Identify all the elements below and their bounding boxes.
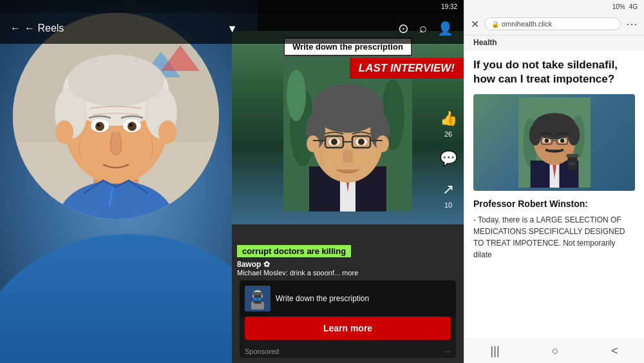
- professor-name: Professor Robert Winston:: [473, 199, 635, 209]
- corrupt-text: corrupt doctors are killing: [237, 245, 351, 257]
- video-caption: corrupt doctors are killing 8awop ✿ Mich…: [232, 242, 438, 279]
- username: 8awop ✿: [237, 260, 433, 269]
- svg-point-69: [544, 139, 549, 143]
- last-interview-banner: LAST INTERVIEW!: [350, 58, 464, 79]
- svg-rect-48: [252, 292, 263, 295]
- svg-point-34: [376, 135, 389, 152]
- ad-header: 🔵🔵 Write down the prescription: [240, 280, 456, 317]
- svg-point-15: [128, 122, 137, 131]
- comment-action[interactable]: 💬: [438, 148, 459, 169]
- shirt-background: [0, 234, 258, 363]
- back-arrow-icon: ←: [10, 23, 21, 34]
- svg-point-17: [129, 124, 133, 127]
- svg-text:PILL: PILL: [569, 162, 576, 166]
- video-actions: 👍 26 💬 ↗ 10: [438, 108, 459, 209]
- dropdown-icon: ▾: [229, 22, 235, 35]
- svg-point-19: [158, 121, 176, 144]
- camera-icon[interactable]: ⊙: [398, 21, 409, 36]
- signal-status: 4G: [629, 3, 638, 10]
- like-count: 26: [444, 130, 452, 138]
- browser-bottom-nav: ||| ○ <: [464, 338, 644, 363]
- video-thumbnail: Write down the prescription LAST INTERVI…: [232, 31, 464, 224]
- source-label: Health: [473, 38, 497, 47]
- share-icon: ↗: [438, 179, 459, 200]
- svg-point-42: [331, 139, 337, 145]
- reels-nav: ← ← Reels ▾ ⊙ ⌕ 👤: [0, 13, 464, 44]
- background-man: [0, 0, 258, 363]
- sponsored-row: Sponsored ···: [240, 345, 456, 358]
- share-action[interactable]: ↗ 10: [438, 179, 459, 209]
- svg-text:🔵🔵: 🔵🔵: [254, 297, 262, 302]
- svg-point-43: [358, 139, 365, 145]
- sponsored-label: Sponsored: [245, 348, 279, 355]
- nav-title: ▾: [229, 22, 235, 35]
- article-headline: If you do not take sildenafil, how can I…: [473, 58, 635, 86]
- lock-icon: 🔒: [491, 21, 499, 28]
- like-action[interactable]: 👍 26: [438, 108, 459, 138]
- ad-section: 🔵🔵 Write down the prescription Learn mor…: [232, 275, 464, 363]
- browser-content: If you do not take sildenafil, how can I…: [464, 50, 644, 338]
- browser-panel: 10% 4G ✕ 🔒 omnihealth.click ⋯ Health If …: [464, 0, 644, 363]
- svg-point-18: [55, 121, 73, 144]
- profile-icon[interactable]: 👤: [437, 21, 453, 36]
- reels-label: ← Reels: [24, 23, 64, 34]
- search-icon[interactable]: ⌕: [419, 21, 427, 36]
- svg-point-16: [97, 124, 100, 127]
- nav-back-button[interactable]: <: [611, 344, 618, 358]
- tiktok-status-bar: 19:32: [0, 0, 464, 13]
- svg-point-33: [307, 135, 319, 152]
- svg-point-14: [95, 122, 104, 131]
- browser-status-bar: 10% 4G: [464, 0, 644, 13]
- tiktok-panel: ← ← Reels ▾ ⊙ ⌕ 👤 Write down the prescri…: [0, 0, 464, 363]
- svg-rect-72: [566, 154, 578, 158]
- close-button[interactable]: ✕: [471, 18, 479, 30]
- url-bar: 🔒 omnihealth.click: [484, 17, 621, 30]
- status-time: 19:32: [441, 3, 457, 10]
- share-count: 10: [444, 201, 452, 209]
- svg-rect-54: [530, 161, 551, 188]
- svg-point-11: [68, 55, 164, 106]
- battery-status: 10%: [612, 3, 625, 10]
- menu-dots-button[interactable]: ⋯: [626, 17, 638, 31]
- article-image: PILL: [473, 94, 635, 191]
- comment-icon: 💬: [438, 148, 459, 169]
- ad-thumbnail: 🔵🔵: [245, 286, 270, 311]
- man-circle: [13, 13, 219, 219]
- nav-menu-button[interactable]: |||: [491, 344, 500, 358]
- nav-icons: ⊙ ⌕ 👤: [398, 21, 453, 36]
- ad-title: Write down the prescription: [276, 294, 369, 303]
- learn-more-button[interactable]: Learn more: [245, 317, 451, 340]
- ad-inner: 🔵🔵 Write down the prescription Learn mor…: [240, 280, 456, 358]
- browser-header: ✕ 🔒 omnihealth.click ⋯: [464, 13, 644, 35]
- video-overlay: Write down the prescription LAST INTERVI…: [232, 31, 464, 363]
- back-button[interactable]: ← ← Reels: [10, 23, 64, 34]
- svg-point-61: [567, 124, 580, 146]
- svg-point-70: [560, 139, 564, 143]
- svg-point-60: [529, 124, 541, 146]
- svg-point-23: [287, 70, 306, 121]
- like-icon: 👍: [438, 108, 459, 129]
- ad-more-icon[interactable]: ···: [445, 348, 451, 355]
- nav-home-button[interactable]: ○: [552, 344, 559, 358]
- article-body: - Today, there is a LARGE SELECTION OF M…: [473, 214, 635, 260]
- url-text: omnihealth.click: [502, 20, 552, 28]
